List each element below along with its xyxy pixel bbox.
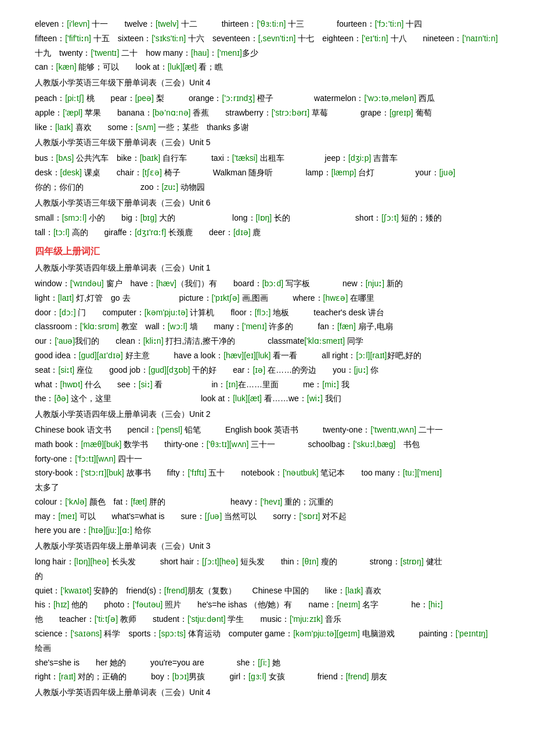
- content-line: like：[laɪk] 喜欢 some：[sʌm] 一些；某些 thanks 多…: [35, 121, 499, 135]
- section-header: 人教版小学英语四年级上册单词表（三会）Unit 2: [35, 408, 499, 422]
- content-line: apple：['æpl] 苹果 banana：[bə'nɑːnə] 香蕉 str…: [35, 106, 499, 120]
- content-line: right：[raɪt] 对的；正确的 boy：[bɔɪ]男孩 girl：[gɜ…: [35, 670, 499, 684]
- content-line: long hair：[lɒŋ][heə] 长头发 short hair：[ʃɔː…: [35, 555, 499, 569]
- content-line: 他 teacher：['tiːtʃə] 教师 student：['stjuːdə…: [35, 613, 499, 627]
- content-line: tall：[tɔːl] 高的 giraffe：[dʒɪ'rɑːf] 长颈鹿 de…: [35, 226, 499, 240]
- content-line: here you are：[hɪə][juː][ɑː] 给你: [35, 524, 499, 538]
- content-line: his：[hɪz] 他的 photo：['fəutəu] 照片 he's=he …: [35, 598, 499, 612]
- section-header: 人教版小学英语三年级下册单词表（三会）Unit 5: [35, 136, 499, 150]
- content-line: 你的；你们的 zoo：[zuː] 动物园: [35, 181, 499, 195]
- content-line: fifteen：['fif'tiːn] 十五 sixteen：['sɪks'ti…: [35, 32, 499, 46]
- content-line: math book：[mæθ][buk] 数学书 thirty-one：['θɜ…: [35, 438, 499, 452]
- content-line: 太多了: [35, 481, 499, 495]
- section-header: 人教版小学英语四年级上册单词表（三会）Unit 1: [35, 261, 499, 275]
- content-line: the：[ðə] 这个，这里 look at：[luk][æt] 看……we：[…: [35, 392, 499, 406]
- content-line: eleven：[i'levn] 十一 twelve：[twelv] 十二 thi…: [35, 17, 499, 31]
- content-line: may：[meɪ] 可以 what's=what is sure：[ʃuə] 当…: [35, 510, 499, 524]
- section-header: 人教版小学英语三年级下册单词表（三会）Unit 4: [35, 76, 499, 90]
- content-line: science：['saɪəns] 科学 sports：[spɔːts] 体育运…: [35, 627, 499, 641]
- content-line: window：['wɪndəu] 窗户 have：[hæv]（我们）有 boar…: [35, 277, 499, 291]
- content-line: 绘画: [35, 642, 499, 656]
- content-line: colour：['kʌlə] 颜色 fat：[fæt] 胖的 heavy：['h…: [35, 495, 499, 509]
- section-header: 人教版小学英语四年级上册单词表（三会）Unit 4: [35, 686, 499, 700]
- section-header: 人教版小学英语四年级上册单词表（三会）Unit 3: [35, 539, 499, 553]
- content-line: forty-one：['fɔːtɪ][wʌn] 四十一: [35, 452, 499, 466]
- content-line: she's=she is her 她的 you're=you are she：[…: [35, 656, 499, 670]
- content-area: eleven：[i'levn] 十一 twelve：[twelv] 十二 thi…: [35, 17, 499, 700]
- content-line: 十九 twenty：['twentɪ] 二十 how many：[hau]：['…: [35, 46, 499, 60]
- content-line: peach：[piːtʃ] 桃 pear：[peə] 梨 orange：['ɔː…: [35, 92, 499, 106]
- content-line: small：[smɔːl] 小的 big：[bɪg] 大的 long：[lɒŋ]…: [35, 211, 499, 225]
- content-line: door：[dɔː] 门 computer：[kəm'pjuːtə] 计算机 f…: [35, 306, 499, 320]
- content-line: light：[laɪt] 灯,灯管 go 去 picture：['pɪktʃə]…: [35, 291, 499, 305]
- content-line: what：[hwɒt] 什么 see：[siː] 看 in：[ɪn]在……里面 …: [35, 378, 499, 392]
- content-line: story-book：['stɔːrɪ][buk] 故事书 fifty：['fɪ…: [35, 466, 499, 480]
- content-line: good idea：[gud][aɪ'dɪə] 好主意 have a look：…: [35, 349, 499, 363]
- content-line: can：[kæn] 能够；可以 look at：[luk][æt] 看；瞧: [35, 60, 499, 74]
- content-line: quiet：['kwaɪət] 安静的 friend(s)：[frend]朋友（…: [35, 584, 499, 598]
- page-wrapper: eleven：[i'levn] 十一 twelve：[twelv] 十二 thi…: [35, 17, 499, 700]
- section-title: 四年级上册词汇: [35, 243, 499, 259]
- content-line: classroom：['klɑːsrʊm] 教室 wall：[wɔːl] 墙 m…: [35, 320, 499, 334]
- section-header: 人教版小学英语三年级下册单词表（三会）Unit 6: [35, 196, 499, 210]
- content-line: 的: [35, 570, 499, 584]
- content-line: desk：[desk] 课桌 chair：[tʃɛə] 椅子 Walkman 随…: [35, 166, 499, 180]
- content-line: bus：[bʌs] 公共汽车 bike：[baɪk] 自行车 taxi：['tæ…: [35, 152, 499, 165]
- content-line: our：['auə]我们的 clean：[kliːn] 打扫,清洁,擦干净的 c…: [35, 334, 499, 348]
- content-line: seat：[siːt] 座位 good job：[gud][dʒɒb] 干的好 …: [35, 363, 499, 377]
- content-line: Chinese book 语文书 pencil：['pensl] 铅笔 Engl…: [35, 423, 499, 437]
